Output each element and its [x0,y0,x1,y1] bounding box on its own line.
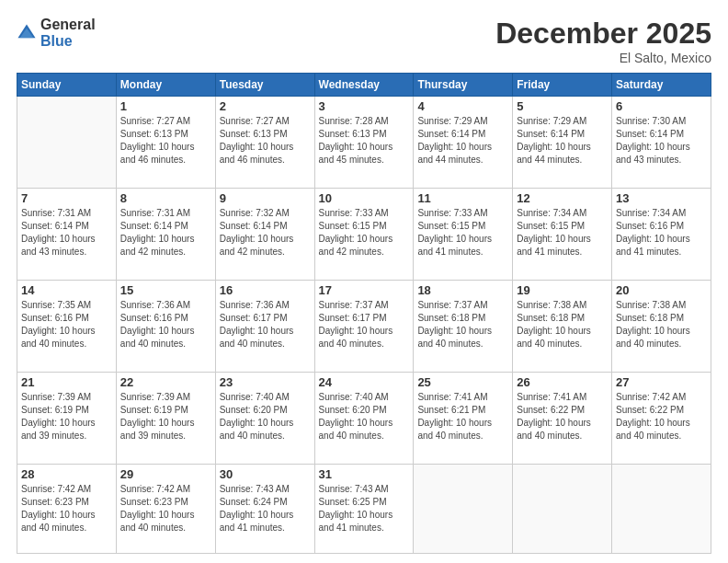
day-info: Sunrise: 7:40 AMSunset: 6:20 PMDaylight:… [319,391,410,442]
day-number: 24 [319,375,410,389]
logo-blue: Blue [40,33,96,50]
calendar-day-cell: 18Sunrise: 7:37 AMSunset: 6:18 PMDayligh… [414,280,513,372]
day-info: Sunrise: 7:38 AMSunset: 6:18 PMDaylight:… [616,299,707,350]
calendar-day-cell: 28Sunrise: 7:42 AMSunset: 6:23 PMDayligh… [17,464,117,554]
calendar-day-cell: 6Sunrise: 7:30 AMSunset: 6:14 PMDaylight… [612,97,711,189]
calendar-day-cell: 26Sunrise: 7:41 AMSunset: 6:22 PMDayligh… [513,372,612,464]
day-info: Sunrise: 7:43 AMSunset: 6:25 PMDaylight:… [319,483,410,534]
calendar-week-row: 21Sunrise: 7:39 AMSunset: 6:19 PMDayligh… [17,372,711,464]
calendar-page: General Blue December 2025 El Salto, Mex… [0,0,728,563]
day-number: 20 [616,283,707,297]
calendar-table: SundayMondayTuesdayWednesdayThursdayFrid… [17,73,711,554]
day-number: 22 [120,375,211,389]
day-number: 26 [517,375,608,389]
calendar-day-cell: 23Sunrise: 7:40 AMSunset: 6:20 PMDayligh… [215,372,314,464]
day-number: 15 [120,283,211,297]
calendar-day-cell: 11Sunrise: 7:33 AMSunset: 6:15 PMDayligh… [414,188,513,280]
day-number: 11 [417,191,508,205]
day-info: Sunrise: 7:27 AMSunset: 6:13 PMDaylight:… [120,115,211,167]
calendar-day-cell: 17Sunrise: 7:37 AMSunset: 6:17 PMDayligh… [314,280,414,372]
day-number: 30 [220,467,311,481]
day-info: Sunrise: 7:39 AMSunset: 6:19 PMDaylight:… [120,391,211,442]
weekday-header-friday: Friday [513,74,612,97]
calendar-week-row: 7Sunrise: 7:31 AMSunset: 6:14 PMDaylight… [17,188,711,280]
day-info: Sunrise: 7:27 AMSunset: 6:13 PMDaylight:… [220,115,311,167]
title-area: December 2025 El Salto, Mexico [495,17,711,65]
calendar-day-cell: 4Sunrise: 7:29 AMSunset: 6:14 PMDaylight… [414,97,513,189]
day-number: 3 [319,99,410,113]
weekday-header-monday: Monday [116,74,215,97]
day-info: Sunrise: 7:37 AMSunset: 6:18 PMDaylight:… [417,299,508,350]
day-info: Sunrise: 7:37 AMSunset: 6:17 PMDaylight:… [319,299,410,350]
day-info: Sunrise: 7:33 AMSunset: 6:15 PMDaylight:… [417,207,508,259]
calendar-day-cell: 13Sunrise: 7:34 AMSunset: 6:16 PMDayligh… [612,188,711,280]
day-number: 6 [616,99,707,113]
calendar-day-cell: 20Sunrise: 7:38 AMSunset: 6:18 PMDayligh… [612,280,711,372]
calendar-day-cell: 15Sunrise: 7:36 AMSunset: 6:16 PMDayligh… [116,280,215,372]
weekday-header-thursday: Thursday [414,74,513,97]
day-info: Sunrise: 7:31 AMSunset: 6:14 PMDaylight:… [21,207,112,259]
calendar-day-cell: 31Sunrise: 7:43 AMSunset: 6:25 PMDayligh… [314,464,414,554]
day-info: Sunrise: 7:38 AMSunset: 6:18 PMDaylight:… [517,299,608,350]
weekday-header-wednesday: Wednesday [314,74,414,97]
calendar-week-row: 14Sunrise: 7:35 AMSunset: 6:16 PMDayligh… [17,280,711,372]
calendar-week-row: 1Sunrise: 7:27 AMSunset: 6:13 PMDaylight… [17,97,711,189]
calendar-day-cell: 22Sunrise: 7:39 AMSunset: 6:19 PMDayligh… [116,372,215,464]
day-number: 17 [319,283,410,297]
day-number: 7 [21,191,112,205]
day-number: 2 [220,99,311,113]
calendar-day-cell: 24Sunrise: 7:40 AMSunset: 6:20 PMDayligh… [314,372,414,464]
day-info: Sunrise: 7:39 AMSunset: 6:19 PMDaylight:… [21,391,112,442]
day-info: Sunrise: 7:42 AMSunset: 6:23 PMDaylight:… [120,483,211,534]
day-number: 12 [517,191,608,205]
calendar-day-cell: 10Sunrise: 7:33 AMSunset: 6:15 PMDayligh… [314,188,414,280]
calendar-day-cell: 29Sunrise: 7:42 AMSunset: 6:23 PMDayligh… [116,464,215,554]
day-info: Sunrise: 7:41 AMSunset: 6:22 PMDaylight:… [517,391,608,442]
logo-text: General Blue [40,17,96,49]
calendar-day-cell: 30Sunrise: 7:43 AMSunset: 6:24 PMDayligh… [215,464,314,554]
weekday-header-row: SundayMondayTuesdayWednesdayThursdayFrid… [17,74,711,97]
calendar-week-row: 28Sunrise: 7:42 AMSunset: 6:23 PMDayligh… [17,464,711,554]
month-title: December 2025 [495,17,711,51]
calendar-day-cell: 7Sunrise: 7:31 AMSunset: 6:14 PMDaylight… [17,188,117,280]
logo: General Blue [17,17,96,49]
day-number: 5 [517,99,608,113]
calendar-day-cell: 12Sunrise: 7:34 AMSunset: 6:15 PMDayligh… [513,188,612,280]
day-info: Sunrise: 7:30 AMSunset: 6:14 PMDaylight:… [616,115,707,167]
weekday-header-tuesday: Tuesday [215,74,314,97]
day-info: Sunrise: 7:36 AMSunset: 6:17 PMDaylight:… [220,299,311,350]
day-info: Sunrise: 7:29 AMSunset: 6:14 PMDaylight:… [517,115,608,167]
calendar-day-cell: 2Sunrise: 7:27 AMSunset: 6:13 PMDaylight… [215,97,314,189]
calendar-day-cell [17,97,117,189]
calendar-day-cell: 3Sunrise: 7:28 AMSunset: 6:13 PMDaylight… [314,97,414,189]
day-number: 16 [220,283,311,297]
day-number: 13 [616,191,707,205]
day-info: Sunrise: 7:43 AMSunset: 6:24 PMDaylight:… [220,483,311,534]
weekday-header-saturday: Saturday [612,74,711,97]
day-number: 28 [21,467,112,481]
day-number: 10 [319,191,410,205]
calendar-day-cell [513,464,612,554]
day-number: 31 [319,467,410,481]
weekday-header-sunday: Sunday [17,74,117,97]
day-number: 25 [417,375,508,389]
day-info: Sunrise: 7:28 AMSunset: 6:13 PMDaylight:… [319,115,410,167]
calendar-day-cell: 1Sunrise: 7:27 AMSunset: 6:13 PMDaylight… [116,97,215,189]
day-info: Sunrise: 7:29 AMSunset: 6:14 PMDaylight:… [417,115,508,167]
calendar-day-cell: 25Sunrise: 7:41 AMSunset: 6:21 PMDayligh… [414,372,513,464]
day-info: Sunrise: 7:31 AMSunset: 6:14 PMDaylight:… [120,207,211,259]
calendar-day-cell: 16Sunrise: 7:36 AMSunset: 6:17 PMDayligh… [215,280,314,372]
calendar-day-cell: 9Sunrise: 7:32 AMSunset: 6:14 PMDaylight… [215,188,314,280]
day-info: Sunrise: 7:40 AMSunset: 6:20 PMDaylight:… [220,391,311,442]
calendar-day-cell: 14Sunrise: 7:35 AMSunset: 6:16 PMDayligh… [17,280,117,372]
day-info: Sunrise: 7:41 AMSunset: 6:21 PMDaylight:… [417,391,508,442]
day-number: 21 [21,375,112,389]
day-number: 29 [120,467,211,481]
calendar-day-cell: 19Sunrise: 7:38 AMSunset: 6:18 PMDayligh… [513,280,612,372]
calendar-day-cell: 8Sunrise: 7:31 AMSunset: 6:14 PMDaylight… [116,188,215,280]
calendar-day-cell: 27Sunrise: 7:42 AMSunset: 6:22 PMDayligh… [612,372,711,464]
day-info: Sunrise: 7:34 AMSunset: 6:16 PMDaylight:… [616,207,707,259]
day-number: 1 [120,99,211,113]
day-info: Sunrise: 7:33 AMSunset: 6:15 PMDaylight:… [319,207,410,259]
day-info: Sunrise: 7:36 AMSunset: 6:16 PMDaylight:… [120,299,211,350]
